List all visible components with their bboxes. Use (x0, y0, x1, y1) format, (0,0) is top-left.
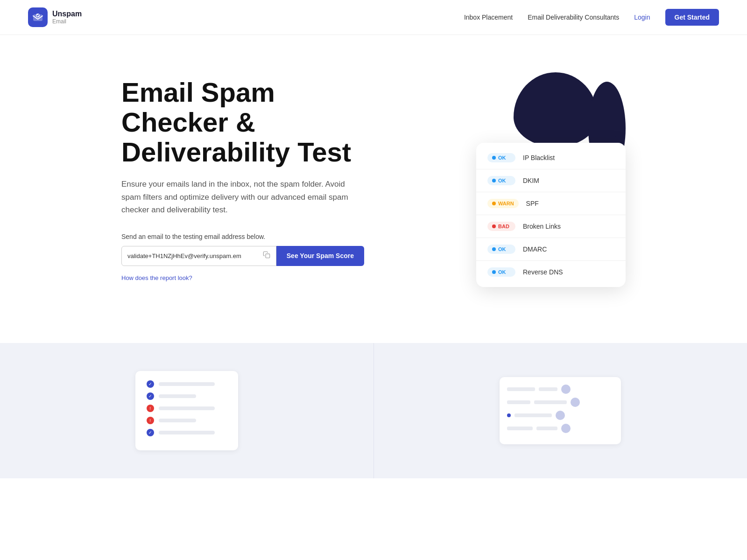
mini-check-ok-1: ✓ (147, 380, 154, 388)
result-row: BAD Broken Links (476, 215, 626, 238)
bottom-section: ✓ ✓ ! ! ✓ (0, 343, 747, 478)
mini-cell-2 (539, 387, 557, 391)
results-card: OK IP Blacklist OK DKIM WARN SPF BAD Bro… (476, 143, 626, 287)
mini-line-5 (159, 431, 215, 434)
nav-login[interactable]: Login (634, 14, 650, 21)
mini-check-ok-2: ✓ (147, 392, 154, 400)
status-badge: OK (487, 267, 515, 277)
result-row: WARN SPF (476, 192, 626, 215)
mini-row-1: ✓ (147, 380, 227, 388)
status-badge: BAD (487, 222, 515, 231)
result-label: SPF (526, 200, 539, 207)
mini-avatar-4 (561, 424, 571, 433)
mini-grid-row-2 (507, 398, 613, 407)
badge-dot (492, 224, 496, 228)
result-label: DKIM (523, 177, 539, 184)
email-input-wrap (121, 246, 276, 266)
logo-name: Unspam (52, 10, 82, 18)
result-label: IP Blacklist (523, 154, 555, 161)
nav-consultants[interactable]: Email Deliverability Consultants (528, 14, 619, 21)
report-link[interactable]: How does the report look? (121, 274, 192, 281)
badge-dot (492, 202, 496, 205)
status-badge: OK (487, 176, 515, 185)
mini-line-4 (159, 419, 196, 422)
mini-cell-1 (507, 387, 535, 391)
result-row: OK DKIM (476, 169, 626, 192)
mini-grid-row-1 (507, 385, 613, 394)
badge-dot (492, 179, 496, 182)
result-label: DMARC (523, 245, 547, 253)
result-label: Reverse DNS (523, 268, 563, 276)
mini-cell-7 (536, 427, 557, 430)
nav-inbox-placement[interactable]: Inbox Placement (464, 14, 513, 21)
mini-preview-right (500, 377, 621, 444)
status-badge: OK (487, 153, 515, 162)
badge-dot (492, 247, 496, 251)
hero-section: Email Spam Checker & Deliverability Test… (93, 35, 654, 315)
mini-grid-row-3 (507, 411, 613, 420)
result-row: OK Reverse DNS (476, 261, 626, 283)
logo-sub: Email (52, 18, 82, 25)
header: Unspam Email Inbox Placement Email Deliv… (0, 0, 747, 35)
mini-cell-5 (514, 413, 552, 417)
mini-check-bad-2: ! (147, 417, 154, 424)
badge-dot (492, 156, 496, 160)
email-input[interactable] (127, 246, 259, 266)
main-nav: Inbox Placement Email Deliverability Con… (464, 9, 719, 26)
badge-dot (492, 270, 496, 274)
mini-row-4: ! (147, 417, 227, 424)
mini-line-3 (159, 406, 215, 410)
result-row: OK DMARC (476, 238, 626, 261)
mini-cell-3 (507, 400, 530, 404)
mini-grid-row-4 (507, 424, 613, 433)
mini-row-5: ✓ (147, 429, 227, 436)
mini-row-2: ✓ (147, 392, 227, 400)
mini-avatar-3 (556, 411, 565, 420)
mini-avatar-2 (571, 398, 580, 407)
result-row: OK IP Blacklist (476, 147, 626, 169)
logo-text: Unspam Email (52, 10, 82, 25)
email-form: See Your Spam Score (121, 246, 364, 266)
hero-right: OK IP Blacklist OK DKIM WARN SPF BAD Bro… (402, 72, 626, 287)
svg-rect-2 (266, 254, 270, 258)
mini-cell-4 (534, 400, 567, 404)
logo-icon (28, 7, 48, 27)
status-badge: WARN (487, 199, 519, 208)
bottom-card-right (374, 343, 747, 478)
bottom-card-left: ✓ ✓ ! ! ✓ (0, 343, 374, 478)
send-label: Send an email to the testing email addre… (121, 233, 364, 240)
logo: Unspam Email (28, 7, 82, 27)
hero-left: Email Spam Checker & Deliverability Test… (121, 77, 364, 282)
result-label: Broken Links (523, 223, 561, 230)
mini-cell-6 (507, 427, 533, 430)
mini-dot-1 (507, 413, 511, 417)
mini-line-2 (159, 394, 196, 398)
status-badge: OK (487, 245, 515, 254)
copy-icon[interactable] (263, 251, 270, 260)
mini-check-ok-3: ✓ (147, 429, 154, 436)
mini-check-bad-1: ! (147, 405, 154, 412)
mini-avatar-1 (561, 385, 571, 394)
mini-row-3: ! (147, 405, 227, 412)
hero-title: Email Spam Checker & Deliverability Test (121, 77, 364, 167)
mini-preview-left: ✓ ✓ ! ! ✓ (135, 371, 238, 450)
get-started-button[interactable]: Get Started (665, 9, 719, 26)
see-spam-score-button[interactable]: See Your Spam Score (276, 246, 364, 266)
hero-description: Ensure your emails land in the inbox, no… (121, 178, 364, 216)
mini-line-1 (159, 382, 215, 386)
blob-1 (514, 72, 598, 147)
